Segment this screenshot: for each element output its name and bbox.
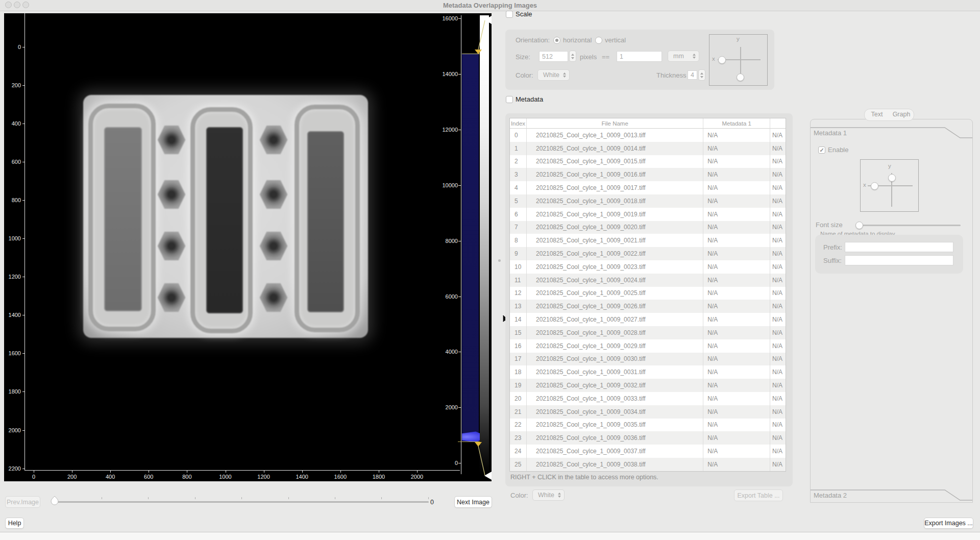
table-cell: 20210825_Cool_cylce_1_0009_0020.tiff (527, 221, 703, 234)
image-viewer[interactable]: 0200400600800100012001400160018002000220… (4, 13, 492, 481)
table-cell: N/A (703, 274, 770, 287)
overlay-color-dropdown[interactable]: White (532, 489, 565, 501)
metadata2-section-title[interactable]: Metadata 2 (814, 492, 847, 499)
table-row[interactable]: 020210825_Cool_cylce_1_0009_0013.tiffN/A… (510, 129, 786, 142)
table-row[interactable]: 920210825_Cool_cylce_1_0009_0022.tiffN/A… (510, 247, 786, 260)
table-row[interactable]: 1120210825_Cool_cylce_1_0009_0024.tiffN/… (510, 274, 786, 287)
table-row[interactable]: 2020210825_Cool_cylce_1_0009_0033.tiffN/… (510, 392, 786, 405)
table-cell: N/A (703, 405, 770, 419)
prev-image-button[interactable]: Prev.Image (5, 496, 40, 508)
table-row[interactable]: 2220210825_Cool_cylce_1_0009_0035.tiffN/… (510, 419, 786, 432)
y-tick-label: 600 (4, 159, 21, 165)
table-row[interactable]: 520210825_Cool_cylce_1_0009_0018.tiffN/A… (510, 194, 786, 208)
slider-tick-mark (102, 497, 102, 499)
x-tick-mark (34, 471, 34, 473)
thickness-stepper[interactable] (698, 69, 705, 81)
table-row[interactable]: 1520210825_Cool_cylce_1_0009_0028.tiffN/… (510, 326, 786, 339)
table-row[interactable]: 820210825_Cool_cylce_1_0009_0021.tiffN/A… (510, 234, 786, 247)
x-tick-mark (302, 471, 303, 473)
y-tick-label: 2200 (4, 465, 21, 472)
enable-checkbox[interactable]: ✓ (818, 146, 825, 154)
table-row[interactable]: 1220210825_Cool_cylce_1_0009_0025.tiffN/… (510, 287, 786, 300)
suffix-input[interactable] (845, 255, 953, 265)
table-cell: N/A (770, 300, 786, 313)
x-position-knob[interactable] (871, 182, 878, 190)
histogram-tick-label: 6000 (435, 293, 458, 300)
table-row[interactable]: 1820210825_Cool_cylce_1_0009_0031.tiffN/… (510, 365, 786, 379)
table-header-cell: File Name (527, 118, 703, 129)
table-row[interactable]: 2120210825_Cool_cylce_1_0009_0034.tiffN/… (510, 405, 786, 419)
table-cell: N/A (770, 129, 786, 142)
table-cell: 1 (510, 142, 527, 155)
table-cell: 20210825_Cool_cylce_1_0009_0030.tiff (527, 353, 703, 366)
metadata1-section-title[interactable]: Metadata 1 (814, 129, 847, 137)
table-cell: N/A (770, 379, 786, 392)
y-position-knob[interactable] (737, 73, 744, 81)
table-cell: N/A (770, 339, 786, 353)
table-row[interactable]: 1020210825_Cool_cylce_1_0009_0023.tiffN/… (510, 260, 786, 274)
splitter-handle[interactable] (498, 259, 501, 262)
export-table-button[interactable]: Export Table ... (734, 489, 783, 501)
table-row[interactable]: 2420210825_Cool_cylce_1_0009_0037.tiffN/… (510, 445, 786, 458)
slider-tick-mark (381, 497, 382, 499)
table-row[interactable]: 2520210825_Cool_cylce_1_0009_0038.tiffN/… (510, 458, 786, 471)
table-row[interactable]: 1720210825_Cool_cylce_1_0009_0030.tiffN/… (510, 353, 786, 366)
orientation-horizontal-label: horizontal (563, 36, 592, 44)
histogram-axis-line (461, 15, 461, 474)
thickness-input[interactable]: 4 (688, 70, 697, 80)
metadata-checkbox[interactable] (506, 96, 513, 103)
table-cell: N/A (703, 431, 770, 445)
table-row[interactable]: 1320210825_Cool_cylce_1_0009_0026.tiffN/… (510, 300, 786, 313)
image-slider-knob[interactable] (51, 496, 59, 506)
tab-text[interactable]: Text (865, 109, 889, 120)
slider-tick-mark (148, 497, 149, 499)
x-position-knob[interactable] (718, 56, 726, 64)
table-cell: 20210825_Cool_cylce_1_0009_0021.tiff (527, 234, 703, 247)
level-min-line[interactable] (458, 441, 483, 442)
y-tick-label: 1200 (4, 274, 21, 280)
y-position-knob[interactable] (888, 174, 896, 182)
unit-dropdown[interactable]: mm (668, 51, 699, 62)
table-row[interactable]: 120210825_Cool_cylce_1_0009_0014.tiffN/A… (510, 142, 786, 155)
next-image-button[interactable]: Next Image (454, 496, 492, 508)
table-cell: N/A (703, 313, 770, 326)
x-tick-mark (340, 471, 341, 473)
table-row[interactable]: 1420210825_Cool_cylce_1_0009_0027.tiffN/… (510, 313, 786, 326)
size-input[interactable]: 512 (539, 51, 568, 62)
table-cell: N/A (770, 445, 786, 458)
table-cell: 20210825_Cool_cylce_1_0009_0035.tiff (527, 419, 703, 432)
x-tick-label: 600 (138, 474, 159, 480)
cell-core-1 (104, 127, 142, 311)
font-size-slider[interactable] (855, 225, 961, 226)
title-bar: Metadata Overlapping Images (0, 0, 980, 11)
size-stepper[interactable] (569, 51, 576, 62)
export-images-button[interactable]: Export Images ... (924, 518, 973, 529)
colormap-gradient-strip[interactable] (480, 15, 489, 475)
table-row[interactable]: 1620210825_Cool_cylce_1_0009_0029.tiffN/… (510, 339, 786, 353)
table-cell: N/A (703, 353, 770, 366)
orientation-horizontal-radio[interactable] (553, 37, 560, 44)
font-size-knob[interactable] (855, 222, 863, 229)
table-cell: 20210825_Cool_cylce_1_0009_0018.tiff (527, 194, 703, 208)
tab-graph[interactable]: Graph (889, 109, 914, 120)
table-row[interactable]: 320210825_Cool_cylce_1_0009_0016.tiffN/A… (510, 168, 786, 181)
table-row[interactable]: 720210825_Cool_cylce_1_0009_0020.tiffN/A… (510, 221, 786, 234)
table-row[interactable]: 620210825_Cool_cylce_1_0009_0019.tiffN/A… (510, 208, 786, 221)
table-cell: 20210825_Cool_cylce_1_0009_0022.tiff (527, 247, 703, 260)
table-cell: 3 (510, 168, 527, 181)
orientation-vertical-radio[interactable] (595, 37, 602, 44)
help-button[interactable]: Help (5, 518, 24, 529)
table-row[interactable]: 220210825_Cool_cylce_1_0009_0015.tiffN/A… (510, 155, 786, 168)
real-size-input[interactable]: 1 (617, 51, 662, 62)
table-row[interactable]: 2320210825_Cool_cylce_1_0009_0036.tiffN/… (510, 431, 786, 445)
scale-color-dropdown[interactable]: White (537, 69, 570, 81)
image-slider[interactable] (53, 501, 429, 503)
table-cell: N/A (770, 365, 786, 379)
histogram-tick-label: 0 (435, 460, 458, 466)
table-row[interactable]: 1920210825_Cool_cylce_1_0009_0032.tiffN/… (510, 379, 786, 392)
stepper-down-icon (571, 57, 574, 59)
scale-checkbox[interactable] (506, 11, 513, 18)
histogram-tick-label: 14000 (435, 71, 458, 77)
table-row[interactable]: 420210825_Cool_cylce_1_0009_0017.tiffN/A… (510, 181, 786, 194)
prefix-input[interactable] (845, 242, 953, 252)
